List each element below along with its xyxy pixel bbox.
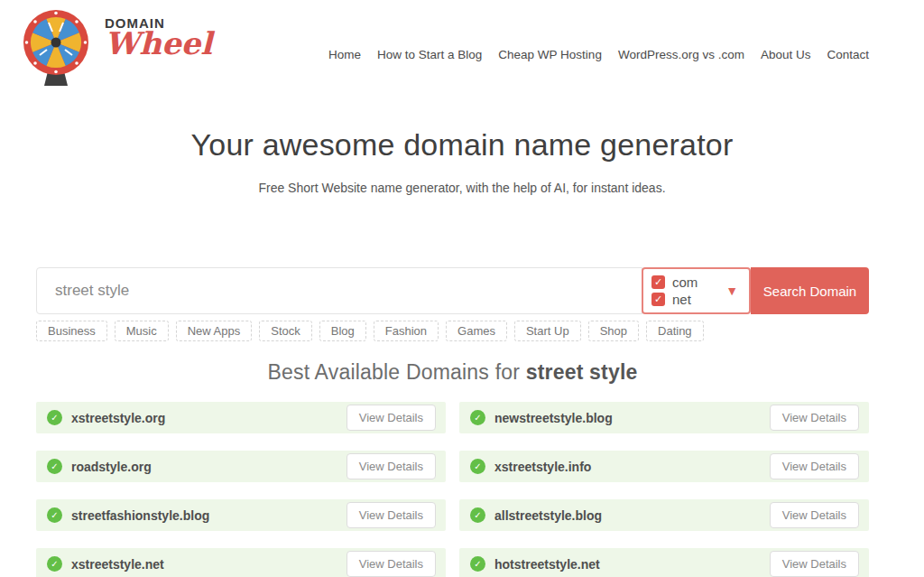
category-tag[interactable]: Stock — [259, 321, 312, 341]
nav-link[interactable]: WordPress.org vs .com — [618, 48, 744, 61]
tld-option-label: net — [672, 292, 691, 307]
results-search-term: street style — [526, 360, 638, 384]
view-details-button[interactable]: View Details — [770, 405, 859, 431]
domain-name: xstreetstyle.net — [71, 557, 164, 572]
domain-result-row: ✓ allstreetstyle.blog View Details — [459, 499, 869, 531]
search-domain-button[interactable]: Search Domain — [751, 267, 869, 314]
domain-name: hotstreetstyle.net — [494, 557, 600, 572]
domain-result-row: ✓ roadstyle.org View Details — [36, 451, 446, 482]
domain-name: newstreetstyle.blog — [494, 411, 613, 425]
category-tag[interactable]: Business — [36, 321, 107, 341]
category-tag[interactable]: Games — [446, 321, 507, 341]
nav-link[interactable]: Home — [328, 48, 361, 61]
view-details-button[interactable]: View Details — [770, 502, 859, 528]
results-heading-prefix: Best Available Domains for — [267, 360, 525, 384]
tld-option[interactable]: ✓ net — [651, 292, 698, 307]
results-heading: Best Available Domains for street style — [36, 360, 869, 385]
nav-link[interactable]: Cheap WP Hosting — [498, 48, 602, 61]
view-details-button[interactable]: View Details — [346, 502, 436, 528]
domain-result-row: ✓ streetfashionstyle.blog View Details — [36, 499, 446, 531]
checkbox-checked-icon[interactable]: ✓ — [651, 293, 665, 306]
domain-result-row: ✓ xstreetstyle.info View Details — [459, 451, 869, 482]
domain-result-row: ✓ xstreetstyle.org View Details — [36, 402, 446, 433]
category-tag[interactable]: New Apps — [176, 321, 253, 341]
domain-result-row: ✓ hotstreetstyle.net View Details — [459, 548, 869, 577]
category-tag[interactable]: Start Up — [514, 321, 581, 341]
search-input[interactable] — [36, 267, 642, 314]
nav-link[interactable]: How to Start a Blog — [377, 48, 482, 61]
nav-link[interactable]: Contact — [827, 48, 869, 61]
available-check-icon: ✓ — [470, 556, 485, 572]
view-details-button[interactable]: View Details — [770, 453, 859, 479]
view-details-button[interactable]: View Details — [770, 551, 859, 577]
results-section: Best Available Domains for street style … — [36, 360, 869, 577]
available-check-icon: ✓ — [470, 459, 485, 474]
checkbox-checked-icon[interactable]: ✓ — [651, 275, 665, 289]
search-section: ✓ com ✓ net ▼ Search Domain Business — [36, 267, 869, 341]
chevron-down-icon[interactable]: ▼ — [725, 284, 738, 297]
domain-name: xstreetstyle.info — [494, 460, 591, 474]
category-tag[interactable]: Music — [115, 321, 169, 341]
search-bar: ✓ com ✓ net ▼ Search Domain — [36, 267, 869, 314]
available-check-icon: ✓ — [47, 556, 62, 572]
domain-name: xstreetstyle.org — [71, 411, 165, 425]
header: DOMAIN Wheel Home How to Start a Blog Ch… — [0, 0, 924, 86]
logo-text-wheel: Wheel — [105, 29, 212, 58]
results-grid: ✓ xstreetstyle.org View Details ✓ newstr… — [36, 402, 869, 577]
main-nav: Home How to Start a Blog Cheap WP Hostin… — [328, 48, 869, 61]
category-tag[interactable]: Fashion — [374, 321, 439, 341]
domain-name: streetfashionstyle.blog — [71, 508, 209, 523]
tld-options: ✓ com ✓ net — [643, 271, 698, 311]
available-check-icon: ✓ — [470, 410, 485, 425]
logo-text: DOMAIN Wheel — [105, 6, 212, 58]
category-tag[interactable]: Blog — [319, 321, 366, 341]
logo[interactable]: DOMAIN Wheel — [18, 6, 212, 88]
tld-option-label: com — [672, 275, 698, 290]
available-check-icon: ✓ — [47, 410, 62, 425]
tld-dropdown[interactable]: ✓ com ✓ net ▼ — [642, 267, 751, 314]
domain-result-row: ✓ newstreetstyle.blog View Details — [459, 402, 869, 433]
view-details-button[interactable]: View Details — [346, 405, 436, 431]
domain-name: roadstyle.org — [71, 460, 152, 474]
hero-section: Your awesome domain name generator Free … — [0, 127, 924, 195]
wheel-logo-icon — [18, 6, 94, 88]
domainwheel-page: DOMAIN Wheel Home How to Start a Blog Ch… — [0, 0, 924, 577]
category-tag[interactable]: Shop — [588, 321, 639, 341]
category-tag[interactable]: Dating — [646, 321, 704, 341]
domain-result-row: ✓ xstreetstyle.net View Details — [36, 548, 446, 577]
tld-option[interactable]: ✓ com — [651, 275, 698, 290]
available-check-icon: ✓ — [470, 507, 485, 523]
view-details-button[interactable]: View Details — [346, 453, 436, 479]
view-details-button[interactable]: View Details — [346, 551, 436, 577]
available-check-icon: ✓ — [47, 507, 62, 523]
domain-name: allstreetstyle.blog — [494, 508, 602, 523]
page-title: Your awesome domain name generator — [0, 127, 924, 163]
page-subtitle: Free Short Website name generator, with … — [0, 181, 924, 195]
nav-link[interactable]: About Us — [761, 48, 811, 61]
category-tags: Business Music New Apps Stock Blog Fashi… — [36, 321, 869, 341]
available-check-icon: ✓ — [47, 459, 62, 474]
